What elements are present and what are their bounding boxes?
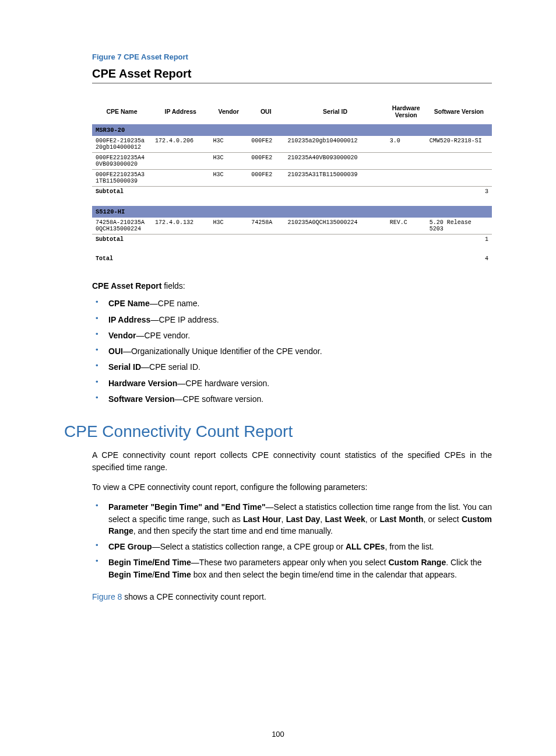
- table-row: 000FE2210235A31TB115000039H3C000FE221023…: [92, 170, 492, 187]
- list-item: Software Version—CPE software version.: [92, 393, 492, 405]
- params-list: Parameter "Begin Time" and "End Time"—Se…: [92, 501, 492, 580]
- subtotal-value: 1: [426, 235, 492, 245]
- group-row: MSR30-20: [92, 124, 492, 136]
- cell: 172.4.0.206: [152, 136, 210, 153]
- cpe-asset-table: CPE Name IP Address Vendor OUI Serial ID…: [92, 99, 492, 264]
- total-label: Total: [92, 254, 152, 264]
- figure-8-link[interactable]: Figure 8: [92, 592, 122, 601]
- list-item: Serial ID—CPE serial ID.: [92, 361, 492, 373]
- col-ip: IP Address: [152, 99, 210, 124]
- cell: REV.C: [386, 218, 426, 235]
- total-row: Total4: [92, 254, 492, 264]
- cell: H3C: [209, 153, 248, 170]
- subtotal-label: Subtotal: [92, 187, 152, 197]
- cell: H3C: [209, 170, 248, 187]
- cell: 000FE2-210235a20gb104000012: [92, 136, 152, 153]
- cell: 210235a20gb104000012: [284, 136, 386, 153]
- cell: 000FE2: [248, 136, 284, 153]
- total-value: 4: [426, 254, 492, 264]
- group-name: S5120-HI: [92, 206, 492, 218]
- cell: CMW520-R2318-SI: [426, 136, 492, 153]
- field-term: CPE Name: [108, 299, 150, 308]
- group-row: S5120-HI: [92, 206, 492, 218]
- field-term: Vendor: [108, 331, 136, 340]
- list-item: Begin Time/End Time—These two parameters…: [92, 556, 492, 580]
- subtotal-value: 3: [426, 187, 492, 197]
- fields-list: CPE Name—CPE name.IP Address—CPE IP addr…: [92, 298, 492, 405]
- section-para-2: To view a CPE connectivity count report,…: [92, 481, 492, 493]
- report-title: CPE Asset Report: [92, 67, 492, 80]
- subtotal-row: Subtotal1: [92, 235, 492, 245]
- list-item: OUI—Organizationally Unique Identifier o…: [92, 345, 492, 357]
- list-item: CPE Name—CPE name.: [92, 298, 492, 309]
- field-term: IP Address: [108, 315, 150, 324]
- figure-ref-rest: shows a CPE connectivity count report.: [122, 592, 266, 601]
- table-row: 000FE2-210235a20gb104000012172.4.0.206H3…: [92, 136, 492, 153]
- cell: 74258A-210235A0QCH135000224: [92, 218, 152, 235]
- cell: [426, 153, 492, 170]
- list-item: Hardware Version—CPE hardware version.: [92, 377, 492, 389]
- field-desc: —CPE serial ID.: [141, 362, 200, 372]
- field-term: Serial ID: [108, 362, 141, 372]
- cell: 172.4.0.132: [152, 218, 210, 235]
- cell: H3C: [209, 218, 248, 235]
- title-rule: [92, 83, 492, 83]
- list-item: Vendor—CPE vendor.: [92, 330, 492, 341]
- col-serial: Serial ID: [284, 99, 386, 124]
- cell: [152, 170, 210, 187]
- cell: [426, 170, 492, 187]
- cell: 210235A31TB115000039: [284, 170, 386, 187]
- cell: 5.20 Release 5203: [426, 218, 492, 235]
- cell: [152, 153, 210, 170]
- page-number: 100: [0, 730, 556, 738]
- list-item: Parameter "Begin Time" and "End Time"—Se…: [92, 501, 492, 537]
- field-term: Hardware Version: [108, 379, 177, 388]
- field-desc: —CPE name.: [150, 299, 200, 308]
- cell: [386, 153, 426, 170]
- col-oui: OUI: [248, 99, 284, 124]
- table-header-row: CPE Name IP Address Vendor OUI Serial ID…: [92, 99, 492, 124]
- field-term: OUI: [108, 346, 123, 356]
- cell: 000FE2210235A31TB115000039: [92, 170, 152, 187]
- table-row: 74258A-210235A0QCH135000224172.4.0.132H3…: [92, 218, 492, 235]
- cell: 74258A: [248, 218, 284, 235]
- section-heading: CPE Connectivity Count Report: [64, 422, 492, 441]
- cell: [386, 170, 426, 187]
- section-para-1: A CPE connectivity count report collects…: [92, 449, 492, 473]
- field-desc: —CPE IP address.: [150, 315, 219, 324]
- fields-intro: CPE Asset Report fields:: [92, 280, 492, 292]
- col-vendor: Vendor: [209, 99, 248, 124]
- field-desc: —CPE vendor.: [136, 331, 190, 340]
- cell: 000FE2: [248, 153, 284, 170]
- subtotal-label: Subtotal: [92, 235, 152, 245]
- subtotal-row: Subtotal3: [92, 187, 492, 197]
- fields-intro-bold: CPE Asset Report: [92, 281, 161, 290]
- list-item: IP Address—CPE IP address.: [92, 314, 492, 326]
- table-row: 000FE2210235A40VB093000020H3C000FE221023…: [92, 153, 492, 170]
- group-name: MSR30-20: [92, 124, 492, 136]
- figure-caption: Figure 7 CPE Asset Report: [92, 52, 492, 61]
- fields-intro-rest: fields:: [161, 281, 185, 290]
- list-item: CPE Group—Select a statistics collection…: [92, 541, 492, 552]
- figure-reference: Figure 8 shows a CPE connectivity count …: [92, 591, 492, 603]
- cell: 000FE2210235A40VB093000020: [92, 153, 152, 170]
- cell: 210235A40VB093000020: [284, 153, 386, 170]
- col-sw: Software Version: [426, 99, 492, 124]
- cell: H3C: [209, 136, 248, 153]
- field-desc: —Organizationally Unique Identifier of t…: [123, 346, 322, 356]
- cell: 3.0: [386, 136, 426, 153]
- field-term: Software Version: [108, 394, 175, 404]
- col-hw: Hardware Version: [386, 99, 426, 124]
- col-cpe-name: CPE Name: [92, 99, 152, 124]
- cell: 210235A0QCH135000224: [284, 218, 386, 235]
- cell: 000FE2: [248, 170, 284, 187]
- field-desc: —CPE hardware version.: [177, 379, 269, 388]
- field-desc: —CPE software version.: [175, 394, 264, 404]
